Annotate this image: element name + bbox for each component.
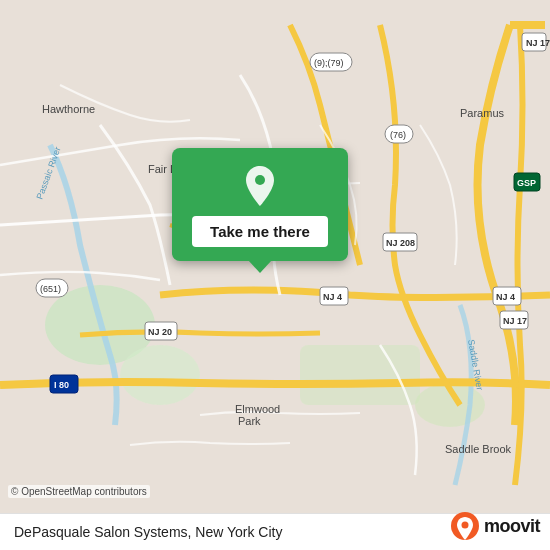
svg-text:(76): (76) (390, 130, 406, 140)
svg-point-39 (461, 522, 468, 529)
take-me-there-button[interactable]: Take me there (192, 216, 328, 247)
svg-text:NJ 4: NJ 4 (496, 292, 515, 302)
moovit-logo-icon (451, 512, 479, 540)
location-pin-icon (242, 164, 278, 208)
svg-rect-3 (300, 345, 420, 405)
svg-text:Saddle Brook: Saddle Brook (445, 443, 512, 455)
svg-text:NJ 4: NJ 4 (323, 292, 342, 302)
svg-text:NJ 208: NJ 208 (386, 238, 415, 248)
svg-point-37 (255, 175, 265, 185)
svg-text:(651): (651) (40, 284, 61, 294)
svg-text:I 80: I 80 (54, 380, 69, 390)
tooltip-overlay: Take me there (160, 148, 360, 261)
moovit-brand-text: moovit (484, 516, 540, 537)
map-background: Hawthorne Paramus Fair Lawn Elmwood Park… (0, 0, 550, 550)
svg-text:Hawthorne: Hawthorne (42, 103, 95, 115)
svg-point-2 (120, 345, 200, 405)
svg-text:(9);(79): (9);(79) (314, 58, 344, 68)
map-copyright: © OpenStreetMap contributors (8, 485, 150, 498)
svg-text:NJ 20: NJ 20 (148, 327, 172, 337)
moovit-logo: moovit (451, 512, 540, 540)
svg-text:NJ 17: NJ 17 (503, 316, 527, 326)
svg-text:Elmwood: Elmwood (235, 403, 280, 415)
svg-text:NJ 17: NJ 17 (526, 38, 550, 48)
map-container: Hawthorne Paramus Fair Lawn Elmwood Park… (0, 0, 550, 550)
tooltip-box: Take me there (172, 148, 348, 261)
svg-text:Paramus: Paramus (460, 107, 505, 119)
svg-text:Park: Park (238, 415, 261, 427)
svg-text:GSP: GSP (517, 178, 536, 188)
